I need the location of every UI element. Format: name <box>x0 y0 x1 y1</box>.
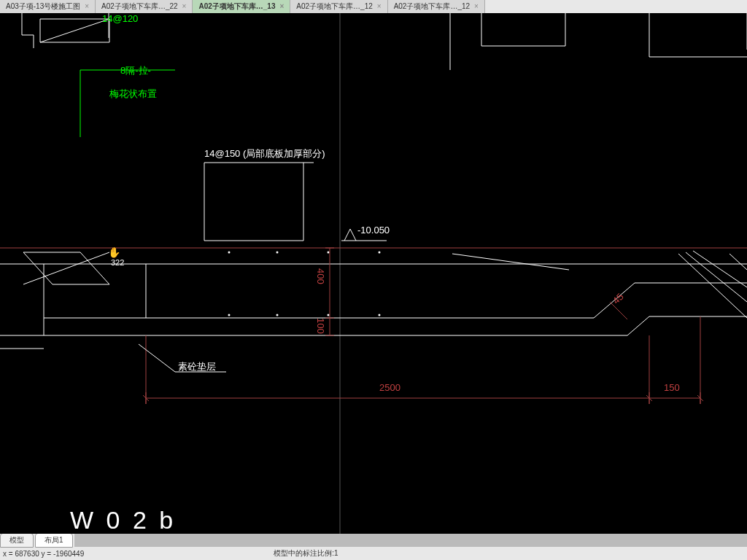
dim-100: 100 <box>315 318 326 334</box>
model-tab[interactable]: 模型 <box>0 533 34 548</box>
annot-concrete: 素砼垫层 <box>178 360 216 373</box>
svg-point-21 <box>228 314 231 316</box>
svg-point-24 <box>379 314 381 316</box>
svg-point-20 <box>379 252 381 254</box>
doc-tab-1[interactable]: A02子项地下车库…_22× <box>96 0 193 13</box>
close-icon[interactable]: × <box>279 2 284 10</box>
doc-tab-3[interactable]: A02子项地下车库…_12× <box>290 0 387 13</box>
pan-cursor-icon: ✋ <box>108 246 120 258</box>
close-icon[interactable]: × <box>85 2 89 10</box>
status-bar: x = 687630 y = -1960449 模型中的标注比例:1 <box>0 547 747 560</box>
close-icon[interactable]: × <box>474 2 479 10</box>
svg-point-17 <box>228 252 231 254</box>
dim-400: 400 <box>315 268 326 284</box>
close-icon[interactable]: × <box>377 2 382 10</box>
dim-2500: 2500 <box>379 382 400 393</box>
document-tabs: A03子项-13号楼施工图× A02子项地下车库…_22× A02子项地下车库…… <box>0 0 747 13</box>
svg-point-22 <box>276 314 279 316</box>
drawing-canvas[interactable]: 14@120 8隔-拉- 梅花状布置 14@150 (局部底板加厚部分) -10… <box>0 13 747 534</box>
svg-line-16 <box>23 252 109 284</box>
layout1-tab[interactable]: 布局1 <box>35 533 73 548</box>
close-icon[interactable]: × <box>182 2 187 10</box>
svg-point-19 <box>328 252 330 254</box>
section-label: W 0 2 b <box>70 506 176 534</box>
svg-line-28 <box>693 251 747 287</box>
svg-line-29 <box>729 254 747 270</box>
doc-tab-0[interactable]: A03子项-13号楼施工图× <box>0 0 96 13</box>
layout-tabs: 模型 布局1 <box>0 534 747 547</box>
status-scale: 模型中的标注比例:1 <box>274 548 338 559</box>
tab-spacer <box>74 534 747 547</box>
annot-green-2: 梅花状布置 <box>109 88 157 101</box>
annot-rebar: 14@150 (局部底板加厚部分) <box>204 147 325 160</box>
svg-line-25 <box>452 254 569 270</box>
dim-150: 150 <box>664 382 680 393</box>
svg-point-18 <box>276 252 279 254</box>
doc-tab-2[interactable]: A02子项地下车库…_13× <box>193 0 290 13</box>
doc-tab-4[interactable]: A02子项地下车库…_12× <box>388 0 485 13</box>
annot-green-1: 8隔-拉- <box>120 64 151 77</box>
svg-point-23 <box>328 314 330 316</box>
svg-line-26 <box>678 254 747 318</box>
annot-elev: -10.050 <box>357 225 390 236</box>
status-coords: x = 687630 y = -1960449 <box>3 550 84 558</box>
mark-322: 322 <box>111 258 124 267</box>
svg-line-27 <box>686 252 747 302</box>
annot-green-top: 14@120 <box>102 13 138 24</box>
svg-line-7 <box>40 19 109 42</box>
